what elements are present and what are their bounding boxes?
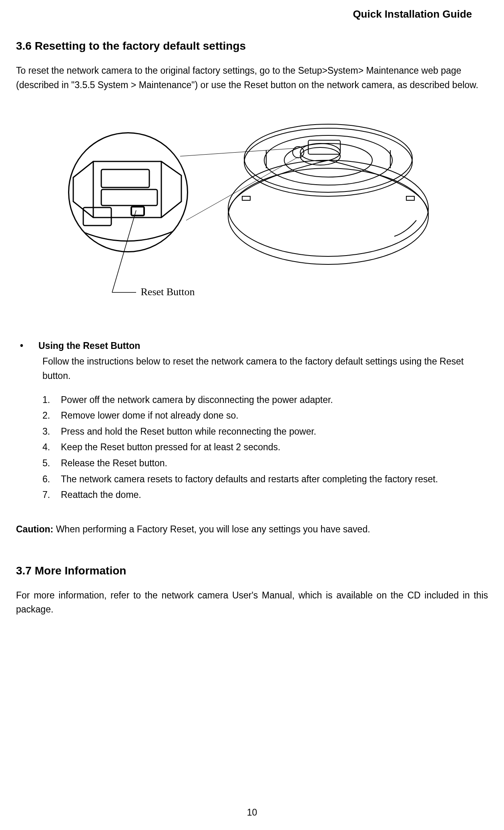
reset-step: Keep the Reset button pressed for at lea…: [42, 440, 488, 455]
reset-step: Power off the network camera by disconne…: [42, 393, 488, 407]
caution-label: Caution:: [16, 524, 53, 534]
section-3-7-heading: 3.7 More Information: [16, 564, 488, 577]
section-3-7-body: For more information, refer to the netwo…: [16, 588, 488, 617]
callout-leader: [52, 108, 452, 316]
caution-text: Caution: When performing a Factory Reset…: [16, 522, 488, 536]
reset-step: Remove lower dome if not already done so…: [42, 409, 488, 423]
using-reset-button-body: Follow the instructions below to reset t…: [42, 355, 488, 383]
using-reset-button-title: Using the Reset Button: [38, 340, 140, 351]
reset-step: Press and hold the Reset button while re…: [42, 425, 488, 439]
reset-button-figure: Reset Button: [52, 108, 452, 316]
reset-button-callout-label: Reset Button: [141, 286, 195, 298]
reset-step: Release the Reset button.: [42, 456, 488, 471]
using-reset-button-block: • Using the Reset Button Follow the inst…: [16, 340, 488, 502]
svg-line-20: [112, 210, 136, 292]
bullet-marker: •: [20, 340, 38, 351]
section-3-6-heading: 3.6 Resetting to the factory default set…: [16, 40, 488, 52]
page-number: 10: [247, 807, 257, 818]
caution-body: When performing a Factory Reset, you wil…: [53, 524, 370, 534]
reset-step: The network camera resets to factory def…: [42, 472, 488, 487]
reset-step: Reattach the dome.: [42, 488, 488, 502]
document-header-title: Quick Installation Guide: [16, 8, 488, 20]
reset-steps-list: Power off the network camera by disconne…: [42, 393, 488, 502]
section-3-6-intro: To reset the network camera to the origi…: [16, 64, 488, 92]
